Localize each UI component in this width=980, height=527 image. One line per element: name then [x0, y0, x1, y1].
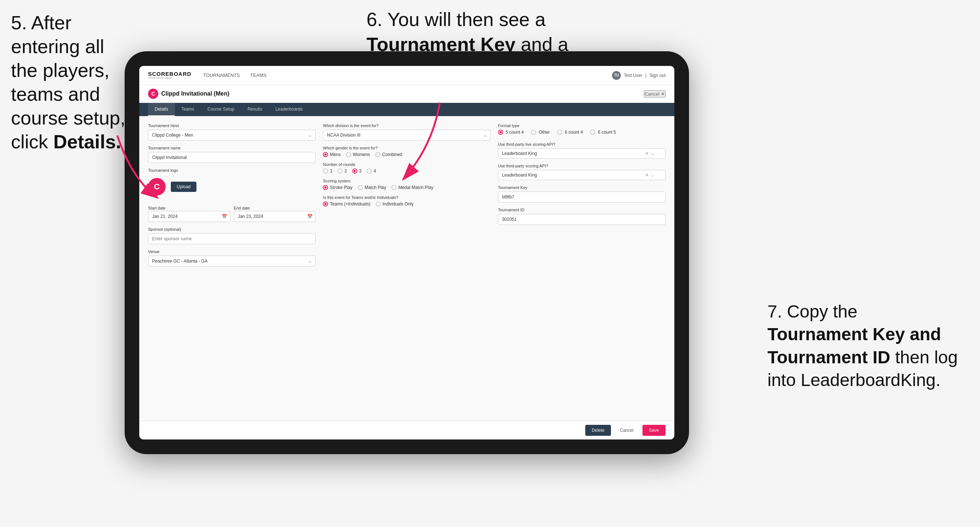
format-6count5-radio[interactable]	[590, 130, 595, 135]
scoring-stroke-radio[interactable]	[323, 185, 328, 190]
scoring-medal[interactable]: Medal Match Play	[391, 185, 433, 190]
gender-group: Which gender is the event for? Mens Wome…	[323, 146, 490, 157]
round-2-label: 2	[345, 168, 347, 174]
format-6count5-label: 6 count 5	[598, 130, 616, 135]
tab-results[interactable]: Results	[241, 103, 269, 116]
tournament-host-label: Tournament Host	[148, 124, 315, 128]
round-1-label: 1	[330, 168, 332, 174]
sponsor-label: Sponsor (optional)	[148, 227, 315, 232]
tournament-logo-group: Tournament logo C Upload	[148, 168, 315, 199]
round-1-radio[interactable]	[323, 168, 328, 174]
rounds-group: Number of rounds 1 2	[323, 162, 490, 174]
round-4-radio[interactable]	[366, 168, 372, 174]
col-left: Tournament Host Clippd College - Men Tou…	[148, 124, 315, 413]
tournament-name-input[interactable]	[148, 152, 315, 163]
gender-mens-radio[interactable]	[323, 152, 328, 157]
third-party2-label: Use third-party scoring API?	[498, 164, 665, 168]
annotation-step7: 7. Copy the Tournament Key and Tournamen…	[767, 300, 958, 392]
third-party1-clear[interactable]: ✕	[645, 151, 649, 156]
col-middle: Which division is the event for? NCAA Di…	[323, 124, 490, 413]
upload-button[interactable]: Upload	[171, 182, 196, 192]
sponsor-input[interactable]	[148, 233, 315, 244]
tab-leaderboards[interactable]: Leaderboards	[269, 103, 309, 116]
tournament-name-group: Tournament name	[148, 146, 315, 163]
individuals-only-radio[interactable]	[375, 202, 381, 206]
tournament-key-value: bf8fb7	[498, 192, 665, 203]
date-group: Start date 📅 End date 📅	[148, 204, 315, 222]
third-party1-value: Leaderboard King	[502, 151, 537, 156]
cancel-button[interactable]: Cancel ✕	[644, 90, 665, 97]
delete-button[interactable]: Delete	[585, 425, 611, 436]
format-other-label: Other	[539, 130, 550, 135]
page-header: C Clippd Invitational (Men) Cancel ✕	[139, 85, 675, 103]
venue-select-wrapper: Peachtree GC - Atlanta - GA	[148, 256, 315, 267]
tournament-key-group: Tournament Key bf8fb7	[498, 185, 665, 203]
nav-teams[interactable]: TEAMS	[250, 73, 267, 78]
end-date-group: End date 📅	[234, 204, 316, 222]
signout-link[interactable]: Sign out	[649, 73, 665, 78]
tab-course-setup[interactable]: Course Setup	[201, 103, 241, 116]
scoring-medal-label: Medal Match Play	[398, 185, 433, 190]
footer-cancel-button[interactable]: Cancel	[615, 425, 638, 436]
gender-combined-radio[interactable]	[375, 152, 380, 157]
format-other-radio[interactable]	[531, 130, 536, 135]
individuals-only[interactable]: Individuals Only	[375, 202, 414, 206]
format-5count4-radio[interactable]	[498, 130, 503, 135]
third-party1-group: Use third-party live scoring API? Leader…	[498, 142, 665, 159]
brand-name: SCOREBOARD	[148, 71, 191, 76]
third-party2-arrow: ⌄	[651, 173, 654, 178]
gender-womens[interactable]: Womens	[346, 152, 370, 157]
logo-upload-area: C Upload	[148, 174, 315, 199]
third-party1-label: Use third-party live scoring API?	[498, 142, 665, 146]
start-date-label: Start date	[148, 206, 165, 210]
round-3[interactable]: 3	[352, 168, 362, 174]
tablet-device: SCOREBOARD Powered by clippd TOURNAMENTS…	[125, 51, 689, 454]
third-party2-clear[interactable]: ✕	[645, 173, 649, 178]
venue-select[interactable]: Peachtree GC - Atlanta - GA	[148, 256, 315, 267]
round-3-radio[interactable]	[352, 168, 357, 174]
gender-combined[interactable]: Combined	[375, 152, 402, 157]
gender-mens[interactable]: Mens	[323, 152, 340, 157]
round-4[interactable]: 4	[366, 168, 376, 174]
scoring-medal-radio[interactable]	[391, 185, 396, 190]
tabs-bar: Details Teams Course Setup Results Leade…	[139, 103, 675, 116]
tournament-logo-label: Tournament logo	[148, 168, 315, 173]
round-1[interactable]: 1	[323, 168, 332, 174]
tablet-screen: SCOREBOARD Powered by clippd TOURNAMENTS…	[139, 66, 675, 440]
start-date-input[interactable]	[148, 211, 230, 222]
tournament-id-label: Tournament ID	[498, 208, 665, 212]
scoring-match-radio[interactable]	[358, 185, 363, 190]
format-6count5[interactable]: 6 count 5	[590, 130, 616, 135]
format-5count4[interactable]: 5 count 4	[498, 130, 524, 135]
nav-tournaments[interactable]: TOURNAMENTS	[203, 73, 240, 78]
scoring-stroke[interactable]: Stroke Play	[323, 185, 352, 190]
tournament-key-label: Tournament Key	[498, 185, 665, 190]
division-select[interactable]: NCAA Division III	[323, 130, 490, 141]
format-6count4-radio[interactable]	[557, 130, 562, 135]
scoring-stroke-label: Stroke Play	[330, 185, 352, 190]
annotation-step5: 5. After entering all the players, teams…	[11, 11, 128, 154]
save-button[interactable]: Save	[643, 425, 665, 436]
tab-teams[interactable]: Teams	[175, 103, 201, 116]
format-6count4[interactable]: 6 count 4	[557, 130, 583, 135]
scoring-match[interactable]: Match Play	[358, 185, 386, 190]
start-date-wrapper: 📅	[148, 211, 230, 222]
tournament-host-select[interactable]: Clippd College - Men	[148, 130, 315, 141]
teams-group: Is this event for Teams and/or Individua…	[323, 195, 490, 206]
scoring-group: Scoring system Stroke Play Match Play	[323, 179, 490, 190]
end-date-input[interactable]	[234, 211, 316, 222]
third-party1-select[interactable]: Leaderboard King ✕ ⌄	[498, 148, 665, 159]
gender-mens-label: Mens	[330, 152, 340, 157]
teams-plus-individuals[interactable]: Teams (+Individuals)	[323, 202, 370, 206]
round-2-radio[interactable]	[337, 168, 343, 174]
teams-plus-radio[interactable]	[323, 202, 328, 206]
division-select-wrapper: NCAA Division III	[323, 130, 490, 141]
round-2[interactable]: 2	[337, 168, 347, 174]
third-party2-value: Leaderboard King	[502, 173, 537, 178]
tab-details[interactable]: Details	[148, 103, 175, 116]
format-other[interactable]: Other	[531, 130, 550, 135]
tournament-id-value: 302051	[498, 214, 665, 225]
gender-womens-radio[interactable]	[346, 152, 351, 157]
third-party2-select[interactable]: Leaderboard King ✕ ⌄	[498, 170, 665, 180]
page-title-area: C Clippd Invitational (Men)	[148, 89, 229, 99]
